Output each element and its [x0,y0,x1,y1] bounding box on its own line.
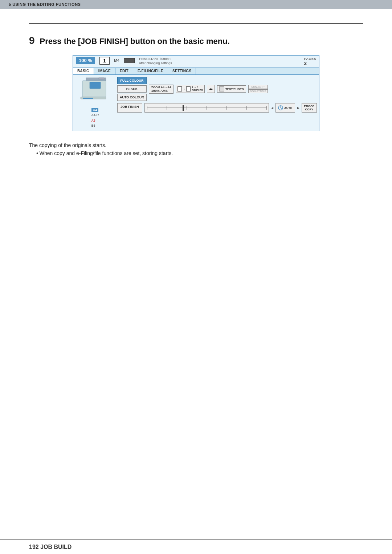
auto-icon [278,105,283,110]
black-button[interactable]: BLACK [117,85,147,93]
text-photo-box[interactable]: TEXT/PHOTO [217,85,246,93]
density-slider[interactable] [144,103,269,113]
tick-4 [226,106,227,110]
slider-handle[interactable] [183,105,184,111]
simplex-icon: → [177,86,191,91]
a4-icon: A4 [207,85,215,93]
step-title: Press the [JOB FINISH] button on the bas… [40,37,230,46]
tick-3 [207,106,207,110]
auto-label: AUTO [284,106,293,110]
tick-6 [266,106,267,110]
color-buttons: FULL COLOUR BLACK AUTO COLOUR [117,77,147,101]
paper-a4r: A4-R [91,113,99,118]
paper-a4: A4 [91,108,99,112]
ui-screenshot-box: 100 % 1 M4 Press START button t after ch… [73,55,319,131]
controls-area: FULL COLOUR BLACK AUTO COLOUR ZOOM A4→A4… [117,77,317,129]
footer: 192 JOB BUILD [0,539,392,554]
printer-image [79,77,111,106]
copy-label: COPY [304,108,314,111]
proof-label: PROOF [304,105,314,108]
zoom-box: ZOOM A4→A4 100% AMS [149,85,173,94]
start-text: Press START button t after changing sett… [139,57,172,65]
top-divider [29,23,363,24]
slider-track [147,107,267,108]
non-sort-button[interactable]: NON-SORT [248,85,268,89]
pages-number: 2 [304,61,316,66]
bullet-item-1: When copy and e-Filing/file functions ar… [36,149,363,157]
non-staple-button[interactable]: NON-STAPLE [248,89,268,93]
tick-2 [187,106,187,110]
svg-rect-4 [83,98,93,99]
tab-image[interactable]: IMAGE [94,68,115,74]
simplex-label: 1 → 1SIMPLEX [192,86,203,92]
tab-basic[interactable]: BASIC [73,68,94,74]
pages-section: PAGES 2 [304,57,316,66]
zoom-display: 100 % [76,57,95,64]
simplex-box: → 1 → 1SIMPLEX [176,85,205,93]
tick-0 [147,106,147,110]
bottom-row: JOB FINISH [117,103,317,113]
pages-label: PAGES [304,57,316,61]
tick-5 [246,106,247,110]
footer-text: 192 JOB BUILD [29,544,72,550]
zoom-label: ZOOM A4→A4 [151,86,171,89]
paper-b5: B5 [91,123,99,128]
ui-status-bar: 100 % 1 M4 Press START button t after ch… [73,56,319,68]
step-number: 9 [29,35,35,46]
right-arrow[interactable]: ▶ [297,106,299,110]
tab-edit[interactable]: EDIT [115,68,133,74]
tick-1 [167,106,167,110]
header-text: 5 USING THE EDITING FUNCTIONS [9,2,81,7]
proof-copy-button[interactable]: PROOF COPY [302,103,317,113]
svg-rect-5 [99,78,104,79]
sort-box: NON-SORT NON-STAPLE [248,85,268,93]
step-heading: 9 Press the [JOB FINISH] button on the b… [29,35,363,46]
body-text-1: The copying of the originals starts. [29,141,363,149]
svg-rect-2 [90,82,101,89]
left-arrow[interactable]: ◀ [271,106,273,110]
tab-bar: BASIC IMAGE EDIT E-FILING/FILE SETTINGS [73,68,319,75]
zoom-val: 100% AMS [151,89,171,93]
main-content: 9 Press the [JOB FINISH] button on the b… [0,9,392,179]
paper-a3: A3 [91,118,99,123]
text-photo-icon [219,86,224,91]
text-photo-label: TEXT/PHOTO [225,87,244,91]
paper-list: A4 A4-R A3 B5 [91,107,99,129]
auto-colour-button[interactable]: AUTO COLOUR [117,94,147,101]
page-icon-left [177,86,182,91]
tab-settings[interactable]: SETTINGS [168,68,196,74]
job-finish-button[interactable]: JOB FINISH [117,103,142,113]
counter-display: 1 [99,57,110,65]
printer-area: A4 A4-R A3 B5 [75,77,115,129]
row-1: FULL COLOUR BLACK AUTO COLOUR ZOOM A4→A4… [117,77,317,101]
full-colour-button[interactable]: FULL COLOUR [117,77,147,84]
page-icon-right [186,86,191,91]
tab-efiling[interactable]: E-FILING/FILE [133,68,168,74]
battery-icon [124,58,135,63]
header-bar: 5 USING THE EDITING FUNCTIONS [0,0,392,9]
auto-box[interactable]: AUTO [275,103,295,113]
m4-label: M4 [114,58,119,62]
ui-main-panel: A4 A4-R A3 B5 FULL COLOUR BLACK AUTO COL… [73,75,319,131]
